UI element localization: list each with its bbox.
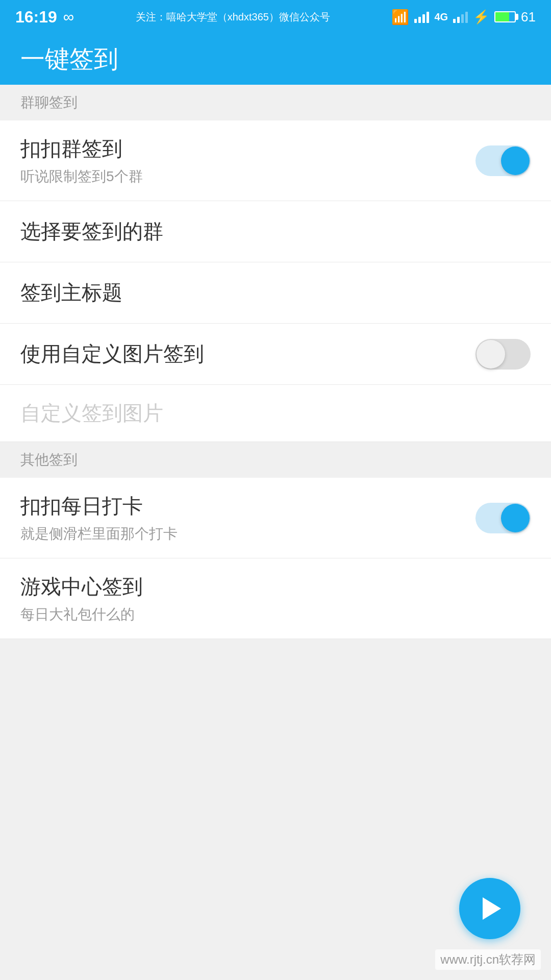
notification-text: 关注：嘻哈大学堂（xhdxt365）微信公众号 [136, 10, 330, 24]
list-item-content: 扣扣每日打卡 就是侧滑栏里面那个打卡 [20, 492, 178, 544]
status-time: 16:19 [15, 8, 57, 27]
list-item-content: 游戏中心签到 每日大礼包什么的 [20, 573, 143, 624]
list-item-sign-title[interactable]: 签到主标题 [0, 262, 551, 324]
charging-icon: ⚡ [473, 9, 489, 25]
infinite-icon: ∞ [63, 8, 74, 26]
list-item-select-group[interactable]: 选择要签到的群 [0, 201, 551, 262]
list-item-kou-group-sign[interactable]: 扣扣群签到 听说限制签到5个群 [0, 120, 551, 201]
page-title: 一键签到 [20, 43, 118, 76]
play-icon [483, 897, 501, 920]
signal-bars-icon [414, 11, 429, 23]
status-right: 📶 4G ⚡ 61 [391, 9, 536, 26]
item-title-game-center: 游戏中心签到 [20, 573, 143, 601]
item-subtitle-game-center: 每日大礼包什么的 [20, 605, 143, 624]
toggle-custom-image[interactable] [475, 339, 531, 370]
section-label-group: 群聊签到 [20, 93, 78, 112]
section-header-group: 群聊签到 [0, 85, 551, 120]
placeholder-text: 自定义签到图片 [20, 399, 163, 427]
item-subtitle-kou-group: 听说限制签到5个群 [20, 167, 143, 186]
fab-play-button[interactable] [459, 878, 520, 939]
battery-icon [494, 11, 516, 22]
title-bar: 一键签到 [0, 34, 551, 85]
list-item-content: 选择要签到的群 [20, 217, 163, 246]
list-item-placeholder-image[interactable]: 自定义签到图片 [0, 385, 551, 442]
toggle-kou-group[interactable] [475, 145, 531, 176]
list-item-custom-image[interactable]: 使用自定义图片签到 [0, 324, 551, 385]
section-label-other: 其他签到 [20, 450, 78, 470]
wifi-icon: 📶 [391, 9, 409, 26]
toggle-daily-checkin[interactable] [475, 503, 531, 533]
status-bar: 16:19 ∞ 关注：嘻哈大学堂（xhdxt365）微信公众号 📶 4G ⚡ 6… [0, 0, 551, 34]
list-item-game-center[interactable]: 游戏中心签到 每日大礼包什么的 [0, 558, 551, 639]
item-title-sign-title: 签到主标题 [20, 279, 122, 307]
watermark: www.rjtj.cn软荐网 [435, 949, 541, 970]
item-title-custom-image: 使用自定义图片签到 [20, 340, 204, 368]
network-speed-icon: 4G [434, 11, 448, 23]
signal-bars2-icon [453, 11, 468, 23]
section-header-other: 其他签到 [0, 442, 551, 478]
item-title-kou-group: 扣扣群签到 [20, 135, 143, 163]
battery-level: 61 [521, 9, 536, 25]
status-middle: 关注：嘻哈大学堂（xhdxt365）微信公众号 [136, 10, 330, 24]
status-left: 16:19 ∞ [15, 8, 74, 27]
list-item-content: 使用自定义图片签到 [20, 340, 204, 368]
item-title-select-group: 选择要签到的群 [20, 217, 163, 246]
list-item-content: 签到主标题 [20, 279, 122, 307]
list-item-content: 扣扣群签到 听说限制签到5个群 [20, 135, 143, 186]
item-title-daily-checkin: 扣扣每日打卡 [20, 492, 178, 520]
item-subtitle-daily-checkin: 就是侧滑栏里面那个打卡 [20, 524, 178, 544]
list-item-daily-checkin[interactable]: 扣扣每日打卡 就是侧滑栏里面那个打卡 [0, 478, 551, 558]
